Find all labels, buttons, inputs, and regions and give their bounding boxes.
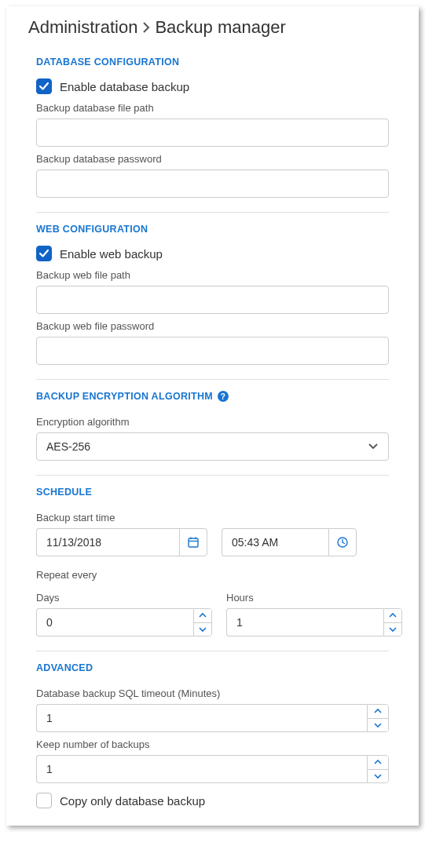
keep-backups-label: Keep number of backups [36,739,389,750]
clock-button[interactable] [328,528,357,556]
breadcrumb-parent[interactable]: Administration [28,17,137,38]
enable-web-backup-checkbox[interactable] [36,246,52,261]
days-decrement-button[interactable] [194,623,211,636]
hours-increment-button[interactable] [384,609,401,623]
chevron-right-icon [142,19,150,37]
section-title-advanced: ADVANCED [36,651,389,681]
calendar-icon [187,536,200,549]
days-increment-button[interactable] [194,609,211,623]
days-input[interactable] [36,608,193,636]
repeat-every-label: Repeat every [36,569,389,581]
clock-icon [336,536,349,549]
copy-only-label: Copy only database backup [60,794,205,808]
breadcrumb-current: Backup manager [155,17,285,38]
chevron-down-icon [368,440,379,453]
svg-rect-0 [189,538,198,547]
encryption-algo-value: AES-256 [46,440,90,453]
sql-timeout-increment-button[interactable] [368,705,388,719]
sql-timeout-decrement-button[interactable] [368,719,388,732]
web-password-label: Backup web file password [36,320,389,332]
encryption-algo-label: Encryption algorithm [36,416,389,428]
web-path-input[interactable] [36,286,389,314]
calendar-button[interactable] [179,528,207,556]
encryption-title-text: BACKUP ENCRYPTION ALGORITHM [36,391,213,402]
sql-timeout-input[interactable] [36,704,367,732]
section-title-encryption: BACKUP ENCRYPTION ALGORITHM ? [36,380,389,410]
copy-only-checkbox[interactable] [36,793,52,808]
keep-backups-increment-button[interactable] [368,756,388,770]
db-path-input[interactable] [36,119,389,147]
db-password-label: Backup database password [36,153,389,165]
encryption-algo-select[interactable]: AES-256 [36,432,389,461]
enable-web-backup-label: Enable web backup [60,247,163,261]
hours-decrement-button[interactable] [384,623,401,636]
web-path-label: Backup web file path [36,269,389,281]
section-title-schedule: SCHEDULE [36,476,389,505]
help-icon[interactable]: ? [218,391,229,402]
section-title-web: WEB CONFIGURATION [36,213,389,243]
sql-timeout-label: Database backup SQL timeout (Minutes) [36,687,389,699]
enable-database-backup-checkbox[interactable] [36,78,52,94]
backup-date-input[interactable] [36,528,179,556]
backup-start-time-label: Backup start time [36,512,389,523]
keep-backups-input[interactable] [36,755,367,783]
hours-input[interactable] [226,608,383,636]
backup-time-input[interactable] [222,528,328,556]
db-password-input[interactable] [36,170,389,198]
enable-database-backup-label: Enable database backup [60,80,189,93]
web-password-input[interactable] [36,337,389,365]
breadcrumb: Administration Backup manager [6,6,419,46]
db-path-label: Backup database file path [36,102,389,114]
hours-label: Hours [226,592,402,604]
days-label: Days [36,592,212,604]
keep-backups-decrement-button[interactable] [368,770,388,783]
section-title-database: DATABASE CONFIGURATION [36,46,389,75]
